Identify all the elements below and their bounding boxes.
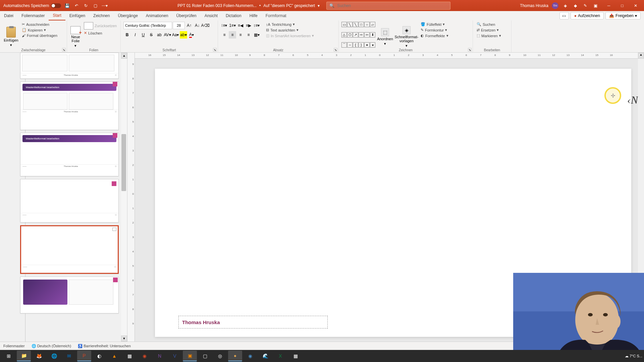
thumbnail-layout-2[interactable]: Mastertitelformat bearbeiten ——Thomas Hr…: [20, 81, 119, 130]
case-button[interactable]: Aa▾: [172, 31, 179, 39]
new-slide-button[interactable]: Neue Folie ▾: [70, 22, 82, 52]
scroll-up-icon[interactable]: ▲: [121, 53, 127, 59]
tab-start[interactable]: Start: [49, 11, 65, 20]
from-start-icon[interactable]: ▢: [92, 2, 99, 9]
numbering-button[interactable]: 1≡▾: [229, 22, 236, 29]
decrease-indent-button[interactable]: ≡◀: [237, 22, 244, 29]
taskbar-visio-icon[interactable]: V: [168, 351, 182, 361]
thumbnail-layout-4[interactable]: ——□: [20, 179, 119, 223]
tab-folienmaster[interactable]: Folienmaster: [17, 11, 49, 20]
autosave-toggle[interactable]: Automatisches Speichern: [3, 3, 61, 8]
slide-number-placeholder[interactable]: ‹N: [627, 94, 638, 106]
close-button[interactable]: ✕: [629, 1, 642, 11]
taskbar-onenote-icon[interactable]: N: [153, 351, 167, 361]
tab-formformat[interactable]: Formformat: [262, 11, 290, 20]
shapes-gallery[interactable]: ▭╲╲□○▱ △⬡↗⇨⇦⬇ ⌒⌢{}✦▾: [341, 22, 375, 52]
highlight-button[interactable]: ab▾: [180, 31, 187, 39]
redo-icon[interactable]: ↻: [83, 2, 89, 9]
tab-uebergaenge[interactable]: Übergänge: [114, 11, 142, 20]
thumbnail-layout-3[interactable]: Mastertitelformat bearbeiten ——Thomas Hr…: [20, 133, 119, 176]
tab-zeichnen[interactable]: Zeichnen: [89, 11, 114, 20]
tab-dictation[interactable]: Dictation: [222, 11, 246, 20]
delete-button[interactable]: ✕Löschen: [83, 31, 118, 36]
freigeben-button[interactable]: 📤Freigeben▾: [605, 12, 641, 19]
taskbar-app1-icon[interactable]: ◐: [92, 351, 106, 361]
search-box[interactable]: 🔍: [326, 2, 450, 10]
thumbnail-layout-6[interactable]: [20, 277, 119, 313]
thumbnail-scrollbar[interactable]: ▲ ▼: [121, 53, 127, 342]
outline-button[interactable]: ✎Formkontur▾: [420, 27, 449, 33]
scroll-down-icon[interactable]: ▼: [121, 336, 127, 342]
author-textbox[interactable]: Thomas Hruska: [178, 316, 328, 328]
align-left-button[interactable]: ≡: [221, 31, 228, 39]
scroll-thumb[interactable]: [121, 134, 126, 191]
font-color-button[interactable]: A▾: [188, 31, 195, 39]
pen-icon[interactable]: ✎: [582, 2, 589, 9]
taskbar-outlook-icon[interactable]: ✉: [62, 351, 76, 361]
taskbar-app7-icon[interactable]: ◉: [243, 351, 257, 361]
justify-button[interactable]: ≡: [245, 31, 252, 39]
underline-button[interactable]: U: [140, 31, 147, 39]
font-name-select[interactable]: [123, 22, 172, 29]
taskbar-app2-icon[interactable]: ▦: [122, 351, 137, 361]
select-button[interactable]: ⬚Markieren▾: [476, 33, 502, 38]
status-language[interactable]: 🌐 Deutsch (Österreich): [32, 344, 71, 348]
taskbar-app3-icon[interactable]: ◉: [138, 351, 152, 361]
find-button[interactable]: 🔍Suchen: [476, 22, 502, 27]
weather-widget[interactable]: ☁ 7°C S...: [625, 354, 642, 358]
tab-ansicht[interactable]: Ansicht: [201, 11, 222, 20]
paragraph-launcher[interactable]: ⬊: [334, 48, 337, 52]
increase-indent-button[interactable]: ≡▶: [245, 22, 252, 29]
text-direction-button[interactable]: ↕ATextrichtung▾: [265, 22, 315, 27]
start-button[interactable]: ⊞: [2, 351, 16, 361]
taskbar-explorer-icon[interactable]: 📁: [17, 351, 31, 361]
drawing-launcher[interactable]: ⬊: [468, 48, 472, 52]
bold-button[interactable]: B: [123, 31, 131, 39]
tab-einfuegen[interactable]: Einfügen: [65, 11, 89, 20]
more-qa-icon[interactable]: ⋯▾: [101, 2, 108, 9]
tab-animationen[interactable]: Animationen: [142, 11, 172, 20]
shadow-button[interactable]: ab: [156, 31, 163, 39]
aufzeichnen-button[interactable]: ●Aufzeichnen: [571, 12, 604, 19]
italic-button[interactable]: I: [131, 31, 139, 39]
search-input[interactable]: [337, 3, 447, 8]
coming-soon-icon[interactable]: ◈: [562, 2, 569, 9]
tab-datei[interactable]: Datei: [0, 11, 17, 20]
align-center-button[interactable]: ≡: [229, 31, 236, 39]
copy-button[interactable]: 📋Kopieren▾: [21, 27, 58, 33]
taskbar-app6-icon[interactable]: ●: [228, 351, 242, 361]
tab-hilfe[interactable]: Hilfe: [246, 11, 262, 20]
status-view[interactable]: Folienmaster: [3, 344, 25, 348]
cut-button[interactable]: ✂Ausschneiden: [21, 22, 58, 27]
clipboard-launcher[interactable]: ⬊: [62, 48, 66, 52]
taskbar-chrome-icon[interactable]: 🌐: [47, 351, 61, 361]
taskbar-powerpoint-icon[interactable]: P: [77, 351, 91, 361]
format-painter-button[interactable]: 🖌Format übertragen: [21, 33, 58, 38]
taskbar-firefox-icon[interactable]: 🦊: [32, 351, 46, 361]
line-spacing-button[interactable]: ↕≡▾: [253, 22, 260, 29]
status-accessibility[interactable]: ♿ Barrierefreiheit: Untersuchen: [78, 344, 131, 348]
editor-scroll-up-icon[interactable]: ▲: [638, 53, 644, 59]
effects-button[interactable]: ◐Formeffekte▾: [420, 33, 449, 38]
taskbar-app8-icon[interactable]: ▦: [288, 351, 303, 361]
quickstyles-button[interactable]: ◈ Schnellformat-vorlagen ▾: [395, 22, 418, 52]
taskbar-app5-icon[interactable]: ▢: [198, 351, 212, 361]
minimize-button[interactable]: ─: [602, 1, 615, 11]
premium-icon[interactable]: ◆: [572, 2, 579, 9]
taskbar-app4-icon[interactable]: ▣: [183, 351, 197, 361]
paste-button[interactable]: Einfügen ▾: [3, 22, 19, 52]
increase-font-icon[interactable]: A↑: [185, 22, 193, 29]
maximize-button[interactable]: □: [615, 1, 629, 11]
font-size-select[interactable]: [173, 22, 185, 29]
align-right-button[interactable]: ≡: [237, 31, 244, 39]
taskbar-obs-icon[interactable]: ◎: [213, 351, 227, 361]
decrease-font-icon[interactable]: A↓: [194, 22, 201, 29]
thumbnail-layout-1[interactable]: ——Thomas Hruska□: [20, 53, 119, 79]
mode-button[interactable]: ▭: [559, 12, 569, 19]
columns-button[interactable]: ▦▾: [253, 31, 260, 39]
dropdown-icon[interactable]: ▾: [318, 3, 320, 8]
clear-format-icon[interactable]: A⌫: [202, 22, 209, 29]
window-icon[interactable]: ▣: [592, 2, 599, 9]
bullets-button[interactable]: ⁝≡▾: [221, 22, 228, 29]
arrange-button[interactable]: ⬚ Anordnen ▾: [377, 22, 393, 52]
